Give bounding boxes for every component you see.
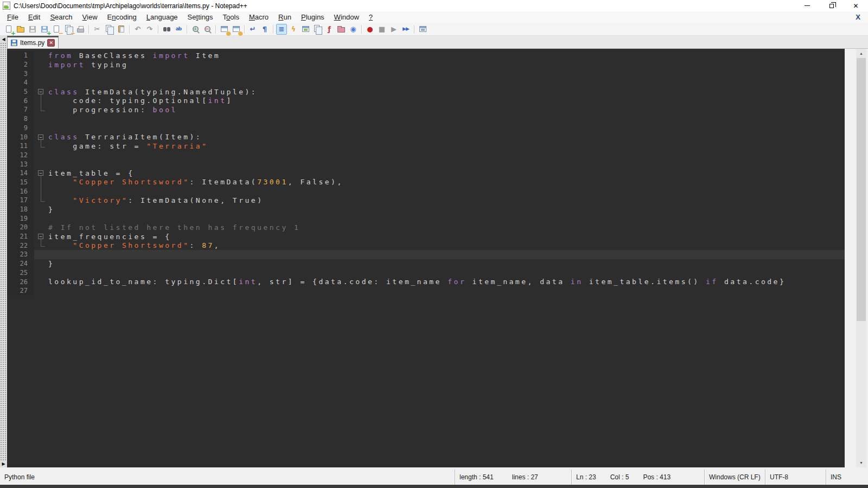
code-text[interactable] — [48, 151, 845, 160]
close-file-icon[interactable]: − — [51, 24, 62, 35]
undo-icon[interactable]: ↶ — [132, 24, 143, 35]
line-number: 7 — [7, 105, 34, 114]
menu-item-language[interactable]: Language — [142, 12, 183, 22]
monitoring-icon[interactable]: ◉ — [348, 24, 359, 35]
menu-item-macro[interactable]: Macro — [244, 12, 273, 22]
code-text[interactable]: import typing — [48, 60, 845, 69]
status-insert-mode[interactable]: INS — [826, 470, 868, 485]
folder-as-workspace-icon[interactable] — [336, 24, 347, 35]
save-file-icon[interactable] — [27, 24, 38, 35]
tab-scroll-left-icon[interactable]: ◀ — [0, 36, 7, 43]
document-map-icon[interactable] — [300, 24, 311, 35]
code-text[interactable] — [48, 114, 845, 124]
macro-record-icon[interactable]: ● — [365, 24, 375, 35]
code-text[interactable]: "Copper Shortsword": ItemData(73001, Fal… — [48, 178, 845, 187]
code-text[interactable]: "Victory": ItemData(None, True) — [48, 196, 845, 205]
vertical-scrollbar[interactable]: ▲ ▼ — [856, 49, 866, 467]
macro-run-multiple-icon[interactable]: ▶▶ — [400, 24, 411, 35]
find-icon[interactable] — [161, 24, 172, 35]
npp-logo-icon — [3, 2, 10, 10]
code-text[interactable] — [48, 187, 845, 196]
new-file-icon[interactable]: + — [3, 24, 14, 35]
menu-item-view[interactable]: View — [78, 12, 103, 22]
menu-item-plugins[interactable]: Plugins — [296, 12, 329, 22]
code-text[interactable] — [48, 250, 845, 259]
menu-item-help[interactable]: ? — [364, 12, 378, 22]
code-text[interactable]: } — [48, 259, 845, 268]
customize-toolbar-icon[interactable] — [417, 24, 428, 35]
fold-collapse-icon[interactable]: − — [34, 232, 48, 241]
toolbar-separator — [187, 25, 187, 34]
code-text[interactable]: from BaseClasses import Item — [48, 51, 845, 60]
menu-item-window[interactable]: Window — [329, 12, 364, 22]
status-cursor-position[interactable]: Ln : 23 Col : 5 Pos : 413 — [571, 470, 704, 485]
status-encoding[interactable]: UTF-8 — [765, 470, 826, 485]
fold-collapse-icon[interactable]: − — [34, 87, 48, 97]
sync-vertical-icon[interactable]: ● — [219, 24, 229, 35]
code-text[interactable]: } — [48, 205, 845, 214]
code-text[interactable] — [48, 214, 845, 223]
cut-icon[interactable]: ✂ — [92, 24, 103, 35]
code-text[interactable]: lookup_id_to_name: typing.Dict[int, str]… — [48, 277, 845, 286]
status-length-lines: length : 541 lines : 27 — [455, 470, 571, 485]
scroll-up-button[interactable]: ▲ — [856, 49, 866, 58]
close-document-x-icon[interactable]: X — [856, 13, 860, 21]
menu-item-run[interactable]: Run — [273, 12, 296, 22]
copy-icon[interactable] — [104, 24, 114, 35]
show-all-characters-icon[interactable]: ¶ — [259, 24, 270, 35]
close-all-icon[interactable]: − — [63, 24, 74, 35]
fold-collapse-icon[interactable]: − — [34, 132, 48, 142]
tab-close-icon[interactable]: ✕ — [47, 39, 55, 47]
replace-icon[interactable]: ab — [173, 24, 184, 35]
code-text[interactable]: # If not listed here then has frequency … — [48, 223, 845, 232]
function-completion-icon[interactable]: ϟ — [288, 24, 299, 35]
code-text[interactable] — [48, 124, 845, 133]
code-text[interactable] — [48, 268, 845, 278]
sync-horizontal-icon[interactable]: ● — [231, 24, 241, 35]
save-all-icon[interactable]: + — [39, 24, 50, 35]
scroll-down-button[interactable]: ▼ — [856, 458, 866, 467]
code-text[interactable] — [48, 286, 845, 296]
function-list-icon[interactable]: ƒ — [324, 24, 335, 35]
menu-item-settings[interactable]: Settings — [183, 12, 218, 22]
code-text[interactable]: "Copper Shortsword": 87, — [48, 241, 845, 250]
zoom-out-icon[interactable]: − — [202, 24, 213, 35]
code-text[interactable]: code: typing.Optional[int] — [48, 96, 845, 105]
macro-play-icon[interactable]: ▶ — [388, 24, 399, 35]
open-file-icon[interactable] — [15, 24, 26, 35]
paste-icon[interactable] — [116, 24, 126, 35]
scrollbar-thumb[interactable] — [857, 58, 866, 321]
code-text[interactable]: game: str = "Terraria" — [48, 142, 845, 151]
code-text[interactable]: class TerrariaItem(Item): — [48, 132, 845, 142]
menu-item-search[interactable]: Search — [45, 12, 77, 22]
zoom-in-icon[interactable]: + — [190, 24, 201, 35]
word-wrap-icon[interactable]: ↵ — [247, 24, 258, 35]
restore-button[interactable] — [819, 0, 844, 11]
minimize-button[interactable] — [795, 0, 819, 11]
code-text[interactable]: item_table = { — [48, 169, 845, 178]
status-eol-format[interactable]: Windows (CR LF) — [704, 470, 765, 485]
redo-icon[interactable]: ↷ — [144, 24, 155, 35]
menu-item-file[interactable]: File — [2, 12, 23, 22]
close-button[interactable]: ✕ — [844, 0, 868, 11]
code-text[interactable] — [48, 69, 845, 78]
code-text[interactable]: item_frequencies = { — [48, 232, 845, 241]
indent-guide-icon[interactable]: ≡ — [276, 24, 287, 35]
code-text[interactable] — [48, 159, 845, 169]
code-editor[interactable]: 1from BaseClasses import Item2import typ… — [7, 49, 845, 467]
macro-stop-icon[interactable]: ■ — [376, 24, 387, 35]
menu-item-edit[interactable]: Edit — [23, 12, 45, 22]
fold-collapse-icon[interactable]: − — [34, 169, 48, 178]
line-number: 2 — [7, 60, 34, 69]
code-text[interactable]: class ItemData(typing.NamedTuple): — [48, 87, 845, 97]
line-number: 12 — [7, 151, 34, 160]
menu-item-encoding[interactable]: Encoding — [103, 12, 142, 22]
print-icon[interactable] — [75, 24, 86, 35]
document-switcher-icon[interactable] — [312, 24, 323, 35]
window-title: C:\Users\Dood\Documents\tmp\Archipelago\… — [14, 2, 247, 10]
tab-items-py[interactable]: Items.py ✕ — [7, 36, 59, 48]
code-text[interactable]: progression: bool — [48, 105, 845, 114]
menu-item-tools[interactable]: Tools — [218, 12, 244, 22]
tab-scroll-right-icon[interactable]: ▶ — [0, 460, 7, 467]
code-text[interactable] — [48, 78, 845, 87]
